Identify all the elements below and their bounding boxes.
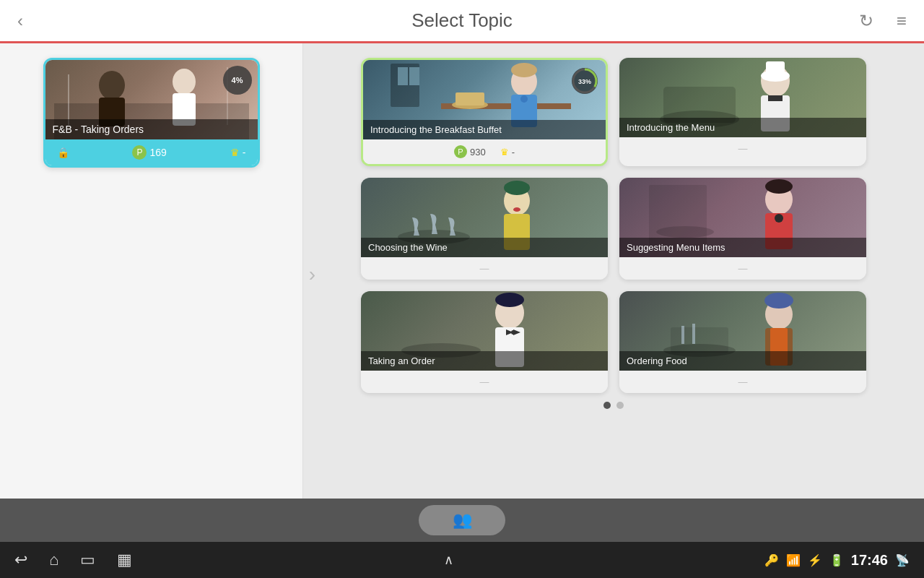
nav-left-controls: ↩ ⌂ ▭ ▦ bbox=[14, 551, 132, 569]
topic-card-footer-taking-order: — bbox=[361, 371, 608, 393]
points-value: 169 bbox=[149, 147, 166, 158]
battery-icon: 🔋 bbox=[829, 553, 844, 567]
crown-icon: ♛ bbox=[230, 147, 240, 158]
android-nav-bar: ↩ ⌂ ▭ ▦ ∧ 🔑 📶 ⚡ 🔋 17:46 📡 bbox=[0, 542, 924, 578]
topic-card-label-ordering-food: Ordering Food bbox=[619, 351, 866, 371]
topic-card-label-menu: Introducing the Menu bbox=[619, 118, 866, 137]
svg-rect-9 bbox=[409, 67, 419, 85]
svg-point-13 bbox=[520, 95, 528, 103]
topic-card-footer-menu: — bbox=[619, 137, 866, 160]
crown-value: - bbox=[243, 147, 246, 158]
points-item-breakfast: P 930 bbox=[454, 145, 486, 158]
svg-point-44 bbox=[511, 330, 515, 335]
svg-point-37 bbox=[775, 214, 783, 223]
left-panel: 4% F&B - Taking Orders 🔒 P 169 ♛ - › bbox=[0, 43, 303, 506]
page-title: Select Topic bbox=[411, 9, 513, 32]
topic-card-image-menu: Introducing the Menu bbox=[619, 58, 866, 137]
points-value-breakfast: 930 bbox=[470, 147, 486, 158]
svg-point-34 bbox=[656, 226, 714, 238]
dot-1[interactable] bbox=[603, 402, 611, 409]
topic-card-label-breakfast: Introducing the Breakfast Buffet bbox=[363, 120, 606, 139]
current-card-image: 4% F&B - Taking Orders bbox=[45, 60, 258, 139]
top-bar-left: ‹ bbox=[12, 8, 29, 34]
wine-footer-empty: — bbox=[480, 263, 489, 274]
nav-right-status: 🔑 📶 ⚡ 🔋 17:46 📡 bbox=[764, 552, 910, 569]
topic-card-footer-ordering-food: — bbox=[619, 371, 866, 393]
topic-card-footer-breakfast: P 930 ♛ - bbox=[363, 139, 606, 164]
svg-point-14 bbox=[511, 63, 537, 77]
svg-point-53 bbox=[764, 293, 793, 309]
svg-text:33%: 33% bbox=[578, 78, 591, 85]
svg-rect-8 bbox=[398, 67, 408, 85]
top-bar-right: ↻ ≡ bbox=[853, 8, 912, 34]
topic-card-image-suggesting: Suggesting Menu Items bbox=[619, 178, 866, 257]
topic-card-footer-suggesting: — bbox=[619, 257, 866, 280]
topic-card-label-wine: Choosing the Wine bbox=[361, 238, 608, 257]
lock-item: 🔒 bbox=[57, 147, 69, 158]
svg-rect-48 bbox=[681, 326, 684, 344]
system-time: 17:46 bbox=[851, 552, 888, 569]
svg-point-26 bbox=[761, 70, 790, 82]
app-bar: 👥 bbox=[0, 499, 924, 542]
menu-footer-empty: — bbox=[738, 143, 748, 154]
points-icon-breakfast: P bbox=[454, 145, 467, 158]
topic-card-image-breakfast: 33% Introducing the Breakfast Buffet bbox=[363, 60, 606, 139]
svg-rect-49 bbox=[692, 324, 695, 344]
svg-rect-16 bbox=[456, 92, 484, 105]
current-card-label: F&B - Taking Orders bbox=[45, 119, 258, 139]
current-card-footer: 🔒 P 169 ♛ - bbox=[45, 139, 258, 165]
signal-icon: 📡 bbox=[895, 553, 910, 567]
topic-card-breakfast-buffet[interactable]: 33% Introducing the Breakfast Buffet P 9… bbox=[361, 58, 608, 166]
nav-center: ∧ bbox=[444, 552, 453, 568]
right-panel: 33% Introducing the Breakfast Buffet P 9… bbox=[303, 43, 924, 506]
topic-card-label-suggesting: Suggesting Menu Items bbox=[619, 238, 866, 257]
crown-icon-breakfast: ♛ bbox=[500, 147, 509, 158]
topic-card-taking-order[interactable]: Taking an Order — bbox=[361, 291, 608, 393]
topic-card-choosing-wine[interactable]: Choosing the Wine — bbox=[361, 178, 608, 280]
main-content: 4% F&B - Taking Orders 🔒 P 169 ♛ - › bbox=[0, 43, 924, 506]
svg-point-38 bbox=[765, 179, 793, 194]
topic-card-ordering-food[interactable]: Ordering Food — bbox=[619, 291, 866, 393]
dot-indicators bbox=[603, 402, 624, 409]
svg-rect-27 bbox=[768, 95, 783, 101]
current-topic-card[interactable]: 4% F&B - Taking Orders 🔒 P 169 ♛ - bbox=[43, 58, 260, 168]
svg-point-31 bbox=[513, 207, 520, 212]
lock-icon: 🔒 bbox=[57, 147, 69, 158]
crown-item-breakfast: ♛ - bbox=[500, 147, 515, 158]
crown-item: ♛ - bbox=[230, 147, 246, 158]
percentage-badge: 4% bbox=[223, 66, 252, 95]
svg-point-1 bbox=[99, 71, 125, 100]
usb-icon: ⚡ bbox=[808, 553, 822, 567]
topics-grid: 33% Introducing the Breakfast Buffet P 9… bbox=[361, 58, 866, 393]
group-button[interactable]: 👥 bbox=[419, 505, 505, 535]
svg-point-32 bbox=[504, 181, 530, 195]
topic-card-label-taking-order: Taking an Order bbox=[361, 351, 608, 371]
crown-value-breakfast: - bbox=[512, 147, 515, 158]
taking-order-footer-empty: — bbox=[480, 376, 489, 387]
topic-card-image-ordering-food: Ordering Food bbox=[619, 291, 866, 371]
wifi-icon: 📶 bbox=[786, 553, 801, 567]
menu-button[interactable]: ≡ bbox=[891, 8, 912, 34]
suggesting-footer-empty: — bbox=[738, 263, 748, 274]
dot-2[interactable] bbox=[616, 402, 624, 409]
topic-card-image-taking-order: Taking an Order bbox=[361, 291, 608, 371]
top-bar: ‹ Select Topic ↻ ≡ bbox=[0, 0, 924, 43]
qr-nav-icon[interactable]: ▦ bbox=[117, 551, 132, 569]
recent-nav-icon[interactable]: ▭ bbox=[80, 551, 95, 569]
points-icon: P bbox=[132, 145, 147, 160]
progress-ring: 33% bbox=[570, 66, 600, 96]
back-button[interactable]: ‹ bbox=[12, 8, 29, 34]
topic-card-introducing-menu[interactable]: Introducing the Menu — bbox=[619, 58, 866, 166]
topic-card-suggesting-menu[interactable]: Suggesting Menu Items — bbox=[619, 178, 866, 280]
svg-rect-47 bbox=[671, 327, 728, 353]
ordering-food-footer-empty: — bbox=[738, 376, 748, 387]
topic-card-footer-wine: — bbox=[361, 257, 608, 280]
up-nav-icon[interactable]: ∧ bbox=[444, 552, 453, 568]
home-nav-icon[interactable]: ⌂ bbox=[49, 551, 58, 569]
refresh-button[interactable]: ↻ bbox=[853, 8, 879, 34]
chevron-right-icon: › bbox=[309, 263, 315, 286]
svg-point-3 bbox=[173, 69, 196, 95]
topic-card-image-wine: Choosing the Wine bbox=[361, 178, 608, 257]
svg-point-45 bbox=[495, 293, 524, 307]
back-nav-icon[interactable]: ↩ bbox=[14, 551, 27, 569]
